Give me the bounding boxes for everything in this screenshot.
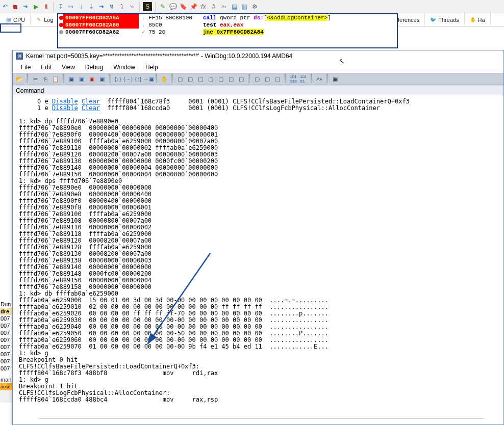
windbg-toolbar: 📂 ✂ ⎘ 📋 ▣ ▣ ▣ ▣ {↓} {→} {↑} →▣ ✋ ▢ ▢ ▢ ▢…: [13, 73, 503, 85]
win7-icon[interactable]: ▢: [237, 74, 246, 84]
windbg-menu-bar: File Edit View Debug Window Help: [13, 62, 503, 73]
step-out-icon[interactable]: ↦: [67, 3, 75, 11]
sliver-addr: 007: [0, 343, 12, 351]
paste-icon[interactable]: 📋: [51, 74, 60, 84]
step-into-icon[interactable]: ➜: [21, 3, 30, 11]
bin-icon[interactable]: 101010: [289, 74, 298, 84]
cut-icon[interactable]: ✂: [31, 74, 40, 84]
command-input[interactable]: [38, 418, 484, 424]
bp-toggle-icon[interactable]: ✋: [160, 74, 169, 84]
hash-icon[interactable]: #: [210, 3, 218, 11]
bin2-icon[interactable]: 10101: [299, 74, 308, 84]
menu-edit[interactable]: Edit: [36, 62, 57, 72]
sliver-addr: 007: [0, 315, 12, 322]
doc2-icon[interactable]: ▥: [240, 3, 248, 11]
tab-handles[interactable]: ✋Ha: [465, 13, 491, 26]
stop-icon[interactable]: ◼: [11, 3, 19, 11]
trace-into-icon[interactable]: ⤵: [118, 3, 126, 11]
a2-icon[interactable]: A₂: [220, 3, 228, 11]
script-box-icon[interactable]: S: [143, 2, 152, 11]
trace-over-icon[interactable]: ⤷: [128, 3, 136, 11]
tab-cpu[interactable]: ▤CPU: [0, 13, 31, 26]
command-output[interactable]: 0 e Disable Clear fffff804`168c78f3 0001…: [13, 95, 503, 418]
windbg-title-text: Kernel 'net:port=50035,key=*************…: [26, 52, 292, 60]
sliver-address-header: dre: [0, 308, 12, 315]
comment-icon[interactable]: 💬: [169, 3, 177, 11]
win9-icon[interactable]: ▢: [263, 74, 272, 84]
break-icon[interactable]: ▣: [97, 74, 107, 84]
back-icon[interactable]: ↶: [1, 3, 9, 11]
menu-debug[interactable]: Debug: [80, 62, 108, 72]
win1-icon[interactable]: ▢: [175, 74, 185, 84]
app-toolbar: ↶ ◼ ➜ ▶ ⏸ ↧ ↦ ↓ ⇣ ➔ ↯ ⤵ ⤷ S ✎ 💬 🔖 📌 fx #…: [0, 0, 504, 13]
windbg-window: ⌘ Kernel 'net:port=50035,key=***********…: [12, 50, 504, 425]
open-icon[interactable]: 📂: [15, 74, 24, 84]
disasm-row[interactable]: 00007FF60CD82A60. 85C0test eax,eax: [58, 21, 397, 29]
step-over-icon[interactable]: ↧: [57, 3, 65, 11]
sliver-addr: 007: [0, 336, 12, 343]
step-out-dbg-icon[interactable]: {↑}: [134, 74, 143, 84]
pause-icon[interactable]: ⏸: [42, 3, 50, 11]
copy-icon[interactable]: ⎘: [41, 74, 50, 84]
arrow-down2-icon[interactable]: ⇣: [87, 3, 95, 11]
windbg-titlebar[interactable]: ⌘ Kernel 'net:port=50035,key=***********…: [13, 50, 503, 62]
doc-icon[interactable]: ▤: [230, 3, 238, 11]
arrow-down-icon[interactable]: ↓: [77, 3, 85, 11]
run-to-icon[interactable]: ➔: [97, 3, 106, 11]
font-icon[interactable]: AA: [315, 74, 324, 84]
command-pane-header[interactable]: Command: [13, 85, 503, 95]
go-icon[interactable]: ▣: [67, 74, 76, 84]
menu-view[interactable]: View: [57, 62, 80, 72]
options-icon[interactable]: ▣: [331, 74, 340, 84]
win4-icon[interactable]: ▢: [206, 74, 215, 84]
fx-icon[interactable]: fx: [199, 3, 208, 11]
windbg-app-icon: ⌘: [16, 52, 23, 60]
settings-icon[interactable]: ⚙: [250, 3, 259, 11]
left-background-sliver: Dun dre 007007007007007007007007 mand au…: [0, 301, 12, 403]
tag-icon[interactable]: 🔖: [179, 3, 187, 11]
disassembly-panel[interactable]: 00007FF60CD82A5A. FF15 B0C80100call qwor…: [57, 13, 398, 48]
menu-file[interactable]: File: [16, 62, 36, 72]
tab-log[interactable]: ✎Log: [31, 13, 59, 26]
win6-icon[interactable]: ▢: [226, 74, 236, 84]
win3-icon[interactable]: ▢: [196, 74, 205, 84]
run-icon[interactable]: ▶: [32, 3, 40, 11]
patch-icon[interactable]: ✎: [159, 3, 167, 11]
sliver-addr: 007: [0, 329, 12, 336]
step-over-dbg-icon[interactable]: {→}: [123, 74, 133, 84]
win2-icon[interactable]: ▢: [186, 74, 195, 84]
sliver-addr: 007: [0, 358, 12, 365]
sliver-command: mand: [0, 376, 12, 383]
sliver-addr: 007: [0, 365, 12, 372]
win10-icon[interactable]: ▢: [273, 74, 282, 84]
restart-icon[interactable]: ▣: [77, 74, 86, 84]
stop-debug-icon[interactable]: ▣: [87, 74, 96, 84]
run-cursor-icon[interactable]: →▣: [144, 74, 153, 84]
menu-help[interactable]: Help: [140, 62, 163, 72]
win5-icon[interactable]: ▢: [216, 74, 225, 84]
pin-icon[interactable]: 📌: [189, 3, 197, 11]
step-into-dbg-icon[interactable]: {↓}: [113, 74, 122, 84]
disasm-row[interactable]: 00007FF60CD82A62✓ 75 20jne 0x7FF60CD82A8…: [58, 29, 397, 36]
sliver-paused: ause: [0, 383, 12, 390]
trace-icon[interactable]: ↯: [108, 3, 116, 11]
win8-icon[interactable]: ▢: [253, 74, 262, 84]
sliver-addr: 007: [0, 322, 12, 329]
menu-window[interactable]: Window: [108, 62, 140, 72]
sliver-dun: Dun: [0, 301, 12, 308]
tab-threads[interactable]: 🐦Threads: [425, 13, 464, 26]
disasm-row[interactable]: 00007FF60CD82A5A. FF15 B0C80100call qwor…: [58, 14, 397, 21]
sliver-addr: 007: [0, 351, 12, 358]
